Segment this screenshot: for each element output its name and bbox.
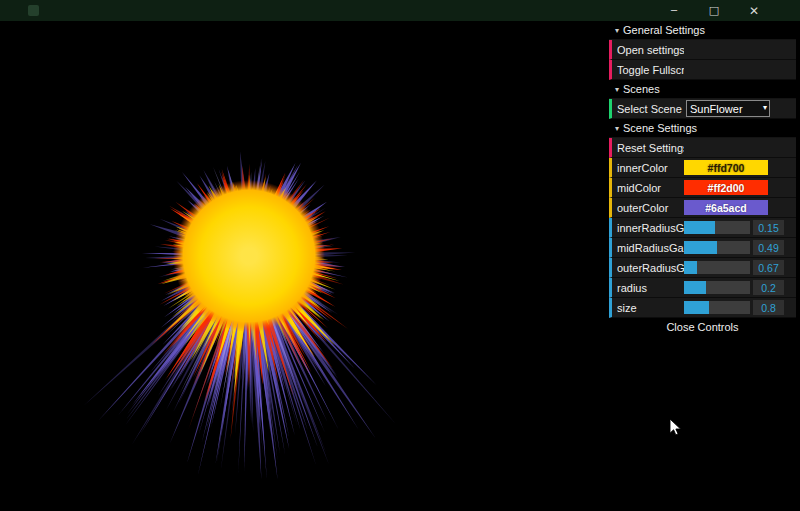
row-label: midRadiusGain	[617, 242, 684, 254]
chevron-down-icon: ▾	[615, 124, 619, 133]
folder-label: General Settings	[623, 24, 705, 36]
radius-slider[interactable]	[684, 281, 750, 294]
row-label: outerRadiusGain	[617, 262, 684, 274]
size-slider[interactable]	[684, 301, 750, 314]
row-label: radius	[617, 282, 684, 294]
inner-radius-gain-row: innerRadiusGain 0.15	[609, 218, 796, 238]
window-controls: ─ □ ✕	[654, 0, 774, 21]
row-label: innerRadiusGain	[617, 222, 684, 234]
outer-radius-gain-value[interactable]: 0.67	[753, 260, 784, 275]
close-controls-button[interactable]: Close Controls	[609, 318, 796, 336]
mid-radius-gain-row: midRadiusGain 0.49	[609, 238, 796, 258]
scene-select-wrap: SunFlower ▾	[686, 100, 770, 117]
outer-color-row: outerColor #6a5acd	[609, 198, 796, 218]
folder-general-settings[interactable]: ▾ General Settings	[609, 21, 796, 40]
mid-color-swatch[interactable]: #ff2d00	[684, 180, 768, 195]
folder-scene-settings[interactable]: ▾ Scene Settings	[609, 119, 796, 138]
size-value[interactable]: 0.8	[753, 300, 784, 315]
slider-fill	[684, 241, 717, 254]
row-label: innerColor	[617, 162, 684, 174]
inner-color-swatch[interactable]: #ffd700	[684, 160, 768, 175]
row-label: Reset Settings	[617, 142, 684, 154]
scene-select[interactable]: SunFlower	[686, 100, 770, 117]
slider-fill	[684, 261, 697, 274]
maximize-button[interactable]: □	[694, 0, 734, 21]
open-settings-in-window-button[interactable]: Open settings in Window	[609, 40, 796, 60]
slider-fill	[684, 281, 706, 294]
row-label: Select Scene	[617, 103, 684, 115]
reset-settings-button[interactable]: Reset Settings	[609, 138, 796, 158]
inner-radius-gain-slider[interactable]	[684, 221, 750, 234]
slider-fill	[684, 301, 709, 314]
row-label: Open settings in Window	[617, 44, 684, 56]
title-bar: ─ □ ✕	[0, 0, 800, 21]
row-label: midColor	[617, 182, 684, 194]
folder-scenes[interactable]: ▾ Scenes	[609, 80, 796, 99]
chevron-down-icon: ▾	[615, 26, 619, 35]
outer-color-swatch[interactable]: #6a5acd	[684, 200, 768, 215]
chevron-down-icon: ▾	[615, 85, 619, 94]
mid-radius-gain-slider[interactable]	[684, 241, 750, 254]
mid-radius-gain-value[interactable]: 0.49	[753, 240, 784, 255]
mid-color-row: midColor #ff2d00	[609, 178, 796, 198]
radius-value[interactable]: 0.2	[753, 280, 784, 295]
outer-radius-gain-row: outerRadiusGain 0.67	[609, 258, 796, 278]
folder-label: Scene Settings	[623, 122, 697, 134]
inner-radius-gain-value[interactable]: 0.15	[753, 220, 784, 235]
select-scene-row: Select Scene SunFlower ▾	[609, 99, 796, 119]
control-panel: ▾ General Settings Open settings in Wind…	[609, 21, 796, 336]
app-icon[interactable]	[28, 5, 39, 16]
radius-row: radius 0.2	[609, 278, 796, 298]
row-label: size	[617, 302, 684, 314]
outer-radius-gain-slider[interactable]	[684, 261, 750, 274]
close-button[interactable]: ✕	[734, 0, 774, 21]
inner-color-row: innerColor #ffd700	[609, 158, 796, 178]
slider-fill	[684, 221, 715, 234]
minimize-button[interactable]: ─	[654, 0, 694, 21]
row-label: Toggle Fullscreen	[617, 64, 684, 76]
folder-label: Scenes	[623, 83, 660, 95]
size-row: size 0.8	[609, 298, 796, 318]
toggle-fullscreen-button[interactable]: Toggle Fullscreen	[609, 60, 796, 80]
row-label: outerColor	[617, 202, 684, 214]
